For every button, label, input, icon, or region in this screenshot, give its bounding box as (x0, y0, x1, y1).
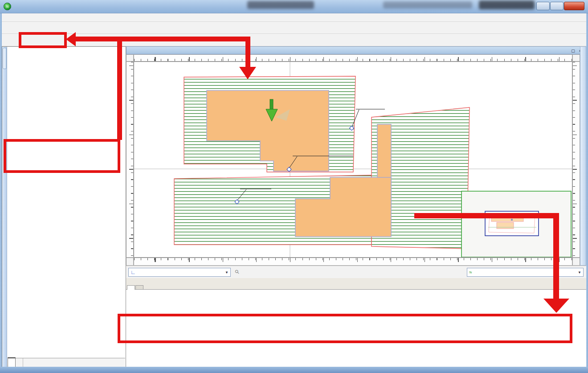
tab-attribute-data[interactable] (127, 285, 135, 290)
ruler-corner (572, 258, 580, 266)
window-frame-left (0, 13, 2, 373)
close-button[interactable] (564, 2, 584, 10)
axes-icon: ∟ (131, 270, 136, 275)
ruler-corner (572, 54, 580, 61)
table-empty-area (126, 342, 586, 367)
coordinate-system-select[interactable]: ∟ ▼ (128, 268, 231, 277)
ruler-unit-box (126, 54, 134, 61)
tab-layers[interactable] (8, 357, 16, 367)
float-panel-icon[interactable]: ▢ (570, 48, 576, 53)
application-window: ≋ ▢ ⚲ (0, 0, 588, 373)
ruler-vertical-right (572, 61, 580, 258)
calculation-select[interactable]: ≈ ▼ (467, 268, 584, 277)
map-canvas[interactable] (134, 62, 572, 257)
map-inset-overview (461, 191, 571, 257)
panel-tabs (8, 358, 125, 367)
chevron-down-icon: ▼ (225, 271, 229, 275)
map-scrollbar[interactable] (580, 46, 586, 266)
scale-indicator: ⚲ (235, 269, 241, 275)
titlebar-smudge (247, 1, 314, 9)
toolbar-main (0, 22, 588, 34)
ruler-horizontal-bottom (134, 258, 572, 266)
map-viewport[interactable] (134, 61, 572, 258)
titlebar-smudge (383, 1, 472, 8)
maximize-button[interactable] (550, 2, 564, 10)
chevron-down-icon: ▼ (578, 271, 581, 275)
tab-calculation-results[interactable] (135, 285, 143, 289)
tab-figure-properties[interactable] (16, 358, 23, 367)
layers-panel (2, 46, 126, 368)
window-frame-bottom (0, 367, 588, 373)
window-frame-right (586, 13, 588, 373)
menu-bar (0, 13, 588, 22)
layers-scrollbar-thumb[interactable] (3, 48, 7, 69)
layers-scrollbar[interactable] (2, 47, 7, 367)
magnifier-icon: ⚲ (234, 269, 241, 275)
app-icon: ≋ (4, 3, 11, 10)
toolbar-layers (0, 34, 588, 46)
data-tabs (126, 278, 586, 290)
titlebar-smudge (479, 0, 535, 9)
map-panel-header[interactable]: ▢ ⚲ (126, 46, 586, 54)
ruler-vertical-left (126, 61, 134, 258)
title-bar[interactable]: ≋ (0, 0, 588, 13)
ruler-corner (126, 258, 134, 266)
noise-waves-icon: ≈ (469, 270, 472, 275)
ruler-horizontal-top (134, 54, 572, 61)
layers-tree (8, 47, 125, 357)
map-status-bar: ∟ ▼ ⚲ ≈ ▼ (126, 266, 586, 278)
minimize-button[interactable] (536, 2, 550, 10)
